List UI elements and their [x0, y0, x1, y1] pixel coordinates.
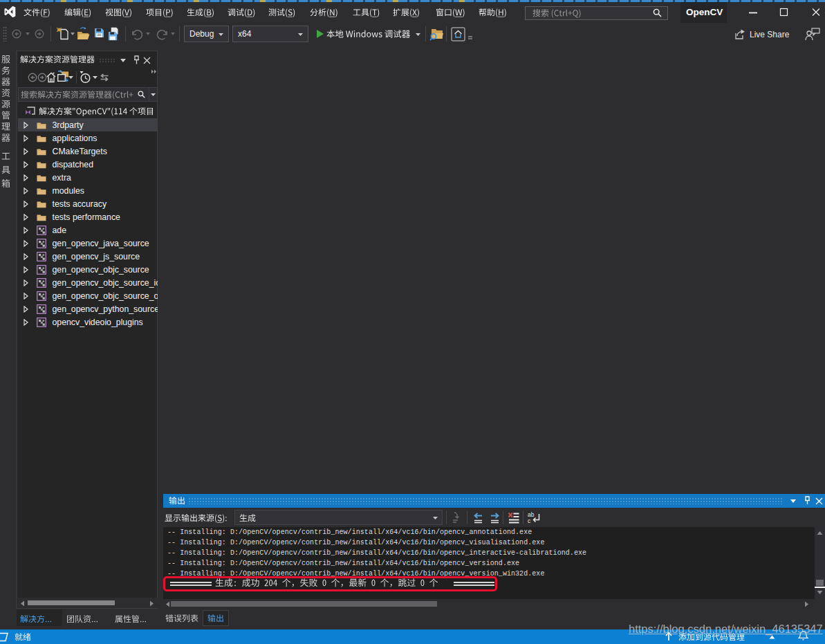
svg-text:c: c — [528, 517, 531, 524]
